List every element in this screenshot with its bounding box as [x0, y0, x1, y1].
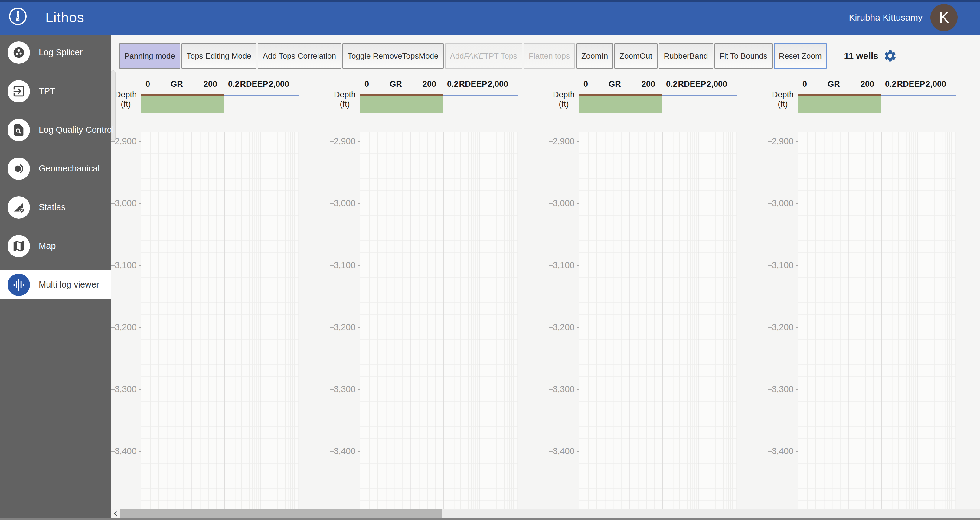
multi-log-viewer-icon	[12, 278, 26, 292]
gr-fill-indicator	[360, 95, 444, 113]
depth-tick: 3,300	[768, 384, 798, 395]
sidebar-item-label: Log Splicer	[39, 48, 83, 57]
user-avatar[interactable]: K	[931, 4, 958, 31]
depth-tick-label: 2,900	[115, 136, 138, 146]
sidebar-item-log-quality-control[interactable]: Log Quality Control	[0, 116, 111, 144]
sidebar-item-label: Statlas	[39, 202, 66, 212]
depth-axis-title-line1: Depth	[115, 90, 137, 99]
toolbar-button-add-tops-correlation[interactable]: Add Tops Correlation	[258, 43, 341, 69]
sidebar-item-icon-circle	[8, 274, 30, 296]
rdeep-curve-label: RDEEP	[459, 79, 487, 89]
toolbar-button-rubberband[interactable]: RubberBand	[659, 43, 713, 69]
depth-tick: 3,100	[111, 260, 141, 271]
rdeep-max-label: 2,000	[926, 79, 946, 89]
log-viewer-toolbar: Panning modeTops Editing ModeAdd Tops Co…	[119, 43, 827, 69]
track-scale-header: 0 GR 200 0.2 RDEEP 2,000	[579, 78, 737, 91]
log-plot-area[interactable]	[579, 132, 737, 509]
horizontal-scrollbar-thumb[interactable]	[120, 509, 442, 518]
gr-fill-indicator	[798, 95, 881, 113]
wells-summary: 11 wells	[844, 43, 897, 69]
log-plot-area[interactable]	[360, 132, 518, 509]
horizontal-scrollbar[interactable]: ‹	[111, 509, 980, 518]
tick-dash-left	[330, 141, 334, 142]
tick-dash-left	[111, 389, 115, 390]
gr-curve-label: GR	[609, 79, 621, 89]
log-plot-area[interactable]	[798, 132, 956, 509]
lithos-logo-icon	[9, 8, 27, 25]
scroll-left-arrow-icon[interactable]: ‹	[111, 509, 120, 518]
depth-tick-label: 2,900	[553, 136, 576, 146]
settings-gear-icon[interactable]	[883, 49, 897, 63]
sidebar-item-map[interactable]: Map	[0, 231, 111, 260]
tick-dash-left	[549, 327, 553, 328]
gr-curve-label: GR	[390, 79, 402, 89]
sidebar-item-geomechanical[interactable]: Geomechanical	[0, 154, 111, 183]
gr-scale-header: 0 GR 200	[579, 79, 662, 91]
app-title: Lithos	[45, 0, 84, 35]
statlas-icon	[12, 200, 26, 214]
depth-tick: 3,300	[111, 384, 141, 395]
tick-dash-left	[330, 327, 334, 328]
rdeep-curve-colorbar	[224, 95, 299, 95]
toolbar-button-tops-editing-mode[interactable]: Tops Editing Mode	[181, 43, 256, 69]
depth-tick: 3,200	[768, 322, 798, 333]
tick-dash-left	[549, 451, 553, 452]
depth-tick: 3,400	[768, 445, 798, 457]
rdeep-curve-colorbar	[881, 95, 956, 95]
toolbar-button-fit-to-bounds[interactable]: Fit To Bounds	[714, 43, 773, 69]
tpt-icon	[12, 84, 26, 98]
gr-min-label: 0	[584, 79, 588, 89]
depth-tick-label: 3,100	[115, 260, 138, 270]
gr-min-label: 0	[145, 79, 150, 89]
rdeep-curve-colorbar	[662, 95, 737, 95]
sidebar-item-multi-log-viewer[interactable]: Multi log viewer	[0, 270, 111, 299]
depth-tick-label: 3,400	[553, 446, 576, 456]
tick-dash-left	[549, 389, 553, 390]
depth-tick-label: 3,200	[553, 322, 576, 332]
sidebar-item-icon-circle	[8, 119, 30, 141]
sidebar-item-label: TPT	[39, 86, 55, 96]
rdeep-scale-header: 0.2 RDEEP 2,000	[444, 79, 518, 91]
gr-scale-header: 0 GR 200	[798, 79, 881, 91]
gr-max-label: 200	[423, 79, 436, 89]
log-plot-area[interactable]	[141, 132, 299, 509]
depth-tick: 3,300	[549, 384, 579, 395]
rdeep-scale-header: 0.2 RDEEP 2,000	[662, 79, 737, 91]
log-track-2: 0 GR 200 0.2 RDEEP 2,000 Depth (ft) 2,90…	[330, 0, 518, 520]
sidebar-item-icon-circle	[8, 41, 30, 64]
sidebar-item-label: Geomechanical	[39, 163, 100, 174]
sidebar-item-tpt[interactable]: TPT	[0, 77, 111, 106]
gr-fill-indicator	[579, 95, 662, 113]
rdeep-curve-label: RDEEP	[678, 79, 706, 89]
depth-tick: 3,100	[768, 260, 798, 271]
rdeep-min-label: 0.2	[666, 79, 678, 89]
sidebar-item-log-splicer[interactable]: Log Splicer	[0, 38, 111, 67]
log-splicer-icon	[12, 46, 26, 60]
depth-axis-title: Depth (ft)	[770, 90, 795, 109]
toolbar-button-reset-zoom[interactable]: Reset Zoom	[774, 43, 827, 69]
depth-tick: 3,400	[549, 445, 579, 457]
rdeep-scale-header: 0.2 RDEEP 2,000	[224, 79, 299, 91]
depth-axis-title-line1: Depth	[553, 90, 575, 99]
depth-tick-label: 3,000	[334, 198, 358, 208]
gr-min-label: 0	[802, 79, 807, 89]
toolbar-button-zoomout[interactable]: ZoomOut	[614, 43, 657, 69]
sidebar-nav: Log Splicer TPT Log Quality Control Geom…	[0, 35, 111, 520]
gr-scale-header: 0 GR 200	[360, 79, 444, 91]
depth-tick-label: 3,100	[334, 260, 358, 270]
toolbar-button-toggle-removetopsmode[interactable]: Toggle RemoveTopsMode	[342, 43, 444, 69]
depth-axis-title-line2: (ft)	[559, 100, 569, 109]
tick-dash-left	[111, 327, 115, 328]
sidebar-item-statlas[interactable]: Statlas	[0, 193, 111, 222]
window-bottom-edge	[0, 518, 980, 520]
log-track-4: 0 GR 200 0.2 RDEEP 2,000 Depth (ft) 2,90…	[768, 0, 956, 520]
toolbar-button-panning-mode[interactable]: Panning mode	[119, 43, 180, 69]
rdeep-curve-label: RDEEP	[897, 79, 925, 89]
gr-max-label: 200	[641, 79, 655, 89]
depth-tick-label: 3,300	[553, 384, 576, 394]
log-track-3: 0 GR 200 0.2 RDEEP 2,000 Depth (ft) 2,90…	[549, 0, 737, 520]
rdeep-min-label: 0.2	[228, 79, 240, 89]
toolbar-button-zoomin[interactable]: ZoomIn	[576, 43, 613, 69]
tick-dash-left	[768, 141, 772, 142]
rdeep-curve-label: RDEEP	[240, 79, 268, 89]
